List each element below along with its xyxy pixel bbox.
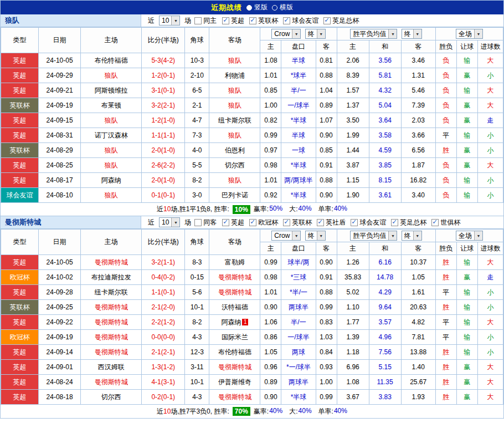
- checkbox[interactable]: [317, 219, 324, 226]
- same-venue-filter[interactable]: 同客: [194, 218, 217, 227]
- table-row: 英超24-08-18切尔西0-2(0-1)4-3曼彻斯特城0.90*半球0.99…: [1, 390, 503, 405]
- handicap-line: 两球半: [281, 300, 316, 315]
- checkbox[interactable]: [222, 17, 229, 24]
- table-row: 英超24-09-14曼彻斯特城2-1(2-1)12-3布伦特福德1.05两球0.…: [1, 345, 503, 360]
- league-type-badge: 英超: [1, 315, 39, 330]
- away-team-cell: 伯恩利: [209, 143, 260, 158]
- avg-time-select[interactable]: 终▼: [402, 29, 422, 39]
- result-cell: 平: [435, 285, 456, 300]
- checkbox[interactable]: [194, 17, 202, 24]
- avg-type-select[interactable]: 胜平负均值▼: [350, 231, 397, 241]
- same-venue-filter[interactable]: 同主: [194, 16, 217, 26]
- radio-selected-icon[interactable]: [246, 5, 252, 11]
- scope-header-cell: 全场▼: [435, 28, 503, 40]
- checkbox[interactable]: [351, 219, 358, 226]
- handicap-result-cell: 赢: [456, 390, 477, 405]
- result-cell: 负: [435, 113, 456, 128]
- league-filter[interactable]: 球会友谊: [283, 16, 318, 26]
- league-type-badge: 英超: [1, 375, 39, 390]
- avg-home-odds: 8.39: [337, 68, 369, 83]
- handicap-result-cell: 赢: [456, 158, 477, 173]
- col-header-avg-draw: 和: [369, 40, 401, 53]
- checkbox[interactable]: [431, 219, 439, 226]
- radio-unselected-icon[interactable]: [272, 5, 277, 11]
- league-filter[interactable]: 英超: [222, 218, 244, 227]
- league-filter[interactable]: 英足总杯: [323, 16, 359, 26]
- result-cell: 胜: [435, 360, 456, 375]
- league-filter[interactable]: 欧冠杯: [249, 218, 278, 227]
- handicap-result-cell: 输: [456, 345, 477, 360]
- away-odds: 0.85: [316, 143, 337, 158]
- avg-away-odds: 6.56: [401, 143, 435, 158]
- home-team-name: 阿斯顿维拉: [95, 86, 128, 94]
- away-odds: 0.99: [316, 390, 337, 405]
- layout-radio-vertical[interactable]: 竖版: [246, 3, 268, 12]
- league-filter[interactable]: 英联杯: [283, 218, 312, 227]
- league-filter[interactable]: 球会友谊: [351, 218, 386, 227]
- footer-stat: 单率:40%: [318, 205, 347, 214]
- scope-select[interactable]: 全场▼: [456, 231, 483, 241]
- match-score: 0-4(0-2): [142, 270, 185, 285]
- away-team-cell: 曼彻斯特城: [209, 390, 260, 405]
- recent-matches-table: 类型 日期 主场 比分(半场) 角球 客场 Crow▼ 终▼ 胜平负均值▼ 终▼: [1, 27, 503, 203]
- away-team-name: 沃特福德: [222, 303, 248, 311]
- match-date: 24-10-05: [39, 53, 81, 68]
- league-filter[interactable]: 英超: [222, 16, 244, 26]
- away-team-name: 曼彻斯特城: [218, 363, 251, 371]
- result-cell: 负: [435, 98, 456, 113]
- checkbox[interactable]: [194, 219, 202, 226]
- home-team-name: 狼队: [105, 191, 118, 199]
- home-odds: 0.99: [260, 128, 281, 143]
- avg-draw-odds: 9.64: [369, 300, 401, 315]
- checkbox[interactable]: [283, 17, 290, 24]
- checkbox[interactable]: [222, 219, 229, 226]
- table-row: 英超24-09-22曼彻斯特城2-2(1-2)8-2阿森纳11.06半/一0.8…: [1, 315, 503, 330]
- odds-header-cell: Crow▼ 终▼: [260, 28, 337, 40]
- match-score: 1-2(0-1): [142, 68, 185, 83]
- select-value: Crow: [274, 232, 292, 240]
- league-filter[interactable]: 世俱杯: [431, 218, 460, 227]
- away-odds: 1.03: [316, 330, 337, 345]
- match-date: 24-09-28: [39, 285, 81, 300]
- league-filter[interactable]: 英联杯: [249, 16, 278, 26]
- chevron-down-icon: ▼: [474, 231, 482, 240]
- handicap-line: *三球: [281, 270, 316, 285]
- odds-company-select[interactable]: Crow▼: [271, 231, 301, 241]
- avg-time-select[interactable]: 终▼: [402, 231, 422, 241]
- avg-type-select[interactable]: 胜平负均值▼: [350, 29, 397, 39]
- footer-stat-label: 赢率:: [254, 205, 269, 214]
- home-odds: 1.01: [260, 173, 281, 188]
- away-team-name: 狼队: [228, 176, 241, 184]
- checkbox[interactable]: [391, 219, 398, 226]
- league-filter[interactable]: 英社盾: [317, 218, 346, 227]
- footer-stat-label: 赢率:: [254, 407, 269, 416]
- match-score: 0-1(0-1): [142, 188, 185, 203]
- page-header: 近期战绩 竖版 横版: [1, 1, 503, 14]
- match-score: 0-0(0-0): [142, 330, 185, 345]
- match-date: 24-08-18: [39, 390, 81, 405]
- avg-draw-odds: 4.96: [369, 330, 401, 345]
- scope-select[interactable]: 全场▼: [456, 29, 483, 39]
- away-team-cell: 富勒姆: [209, 255, 260, 270]
- checkbox[interactable]: [249, 17, 256, 24]
- odds-time-select[interactable]: 终▼: [305, 231, 326, 241]
- home-team-cell: 西汉姆联: [81, 360, 142, 375]
- league-filter[interactable]: 英足总杯: [391, 218, 426, 227]
- odds-company-select[interactable]: Crow▼: [271, 29, 301, 39]
- home-team-name: 布莱顿: [101, 101, 121, 109]
- corner-count: 10-3: [185, 53, 209, 68]
- checkbox[interactable]: [283, 219, 290, 226]
- handicap-result-cell: 赢: [456, 375, 477, 390]
- avg-draw-odds: 5.81: [369, 68, 401, 83]
- match-count-select[interactable]: 10 ▼: [159, 16, 180, 26]
- checkbox[interactable]: [249, 219, 256, 226]
- away-team-cell: 利物浦: [209, 68, 260, 83]
- select-value: 胜平负均值: [353, 29, 388, 39]
- chevron-down-icon: ▼: [292, 29, 300, 38]
- layout-radio-horizontal[interactable]: 横版: [272, 3, 293, 12]
- match-count-select[interactable]: 10 ▼: [159, 217, 180, 227]
- handicap-line: *半球: [281, 390, 316, 405]
- checkbox[interactable]: [323, 17, 331, 24]
- home-odds: 1.00: [260, 98, 281, 113]
- odds-time-select[interactable]: 终▼: [305, 29, 326, 39]
